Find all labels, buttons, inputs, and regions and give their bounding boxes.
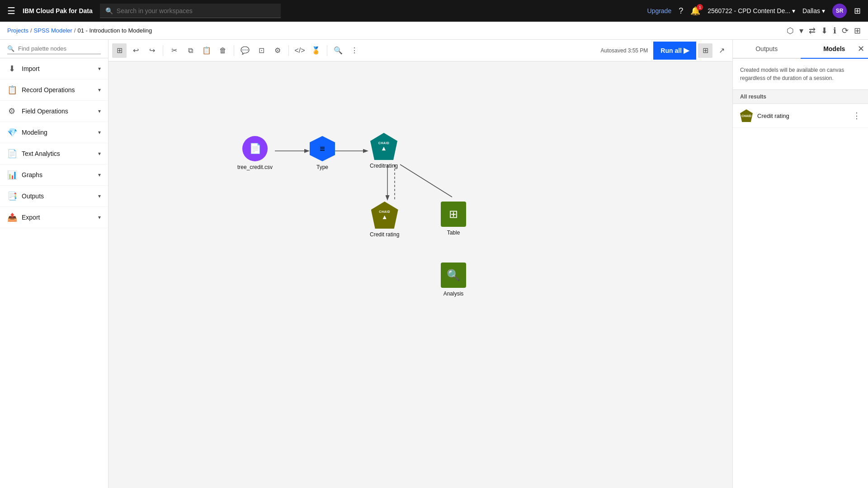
credit-rating-shape: CHAID ▲ (371, 202, 398, 229)
outputs-chevron-icon: ▾ (98, 193, 101, 199)
type-icon: ≡ (320, 144, 325, 153)
node-credit-rating[interactable]: CHAID ▲ Credit rating (370, 202, 399, 238)
palette-search-container: 🔍 (0, 40, 108, 58)
canvas-toolbar: ⊞ ↩ ↪ ✂ ⧉ 📋 🗑 💬 ⊡ ⚙ </> 🏅 🔍 ⋮ Autosaved … (108, 40, 732, 61)
toolbar-divider-4 (327, 45, 327, 56)
credit-rating-badge: CHAID (379, 210, 390, 213)
panel-result-credit-rating[interactable]: CHAID Credit rating ⋮ (733, 104, 868, 128)
tree-credit-shape: 📄 (242, 136, 268, 161)
node-tree-credit[interactable]: 📄 tree_credit.csv (237, 136, 273, 170)
region-selector[interactable]: Dallas ▾ (802, 7, 825, 14)
result-credit-rating-name: Credit rating (757, 113, 848, 119)
search-input[interactable] (117, 7, 275, 14)
graphs-icon: 📊 (7, 170, 16, 180)
global-search[interactable]: 🔍 (100, 4, 281, 18)
tab-outputs[interactable]: Outputs (733, 40, 801, 59)
toolbar-comment-btn[interactable]: 💬 (238, 43, 252, 58)
import-chevron-icon: ▾ (98, 66, 101, 72)
notification-icon[interactable]: 🔔 1 (690, 6, 700, 16)
breadcrumb-projects[interactable]: Projects (7, 27, 28, 34)
analysis-shape: 🔍 (441, 263, 466, 288)
toolbar-more-btn[interactable]: ⋮ (347, 43, 362, 58)
toolbar-output-btn[interactable]: ⊞ (698, 43, 712, 58)
toolbar-divider-2 (234, 45, 234, 56)
notification-badge: 1 (697, 4, 703, 10)
breadcrumb-share-icon[interactable]: ⇄ (809, 26, 816, 36)
toolbar-arrange-btn[interactable]: ⊡ (254, 43, 269, 58)
tree-credit-icon: 📄 (249, 143, 261, 155)
app-logo: IBM Cloud Pak for Data (23, 7, 93, 14)
user-avatar[interactable]: SR (832, 4, 847, 18)
text-analytics-icon: 📄 (7, 149, 16, 159)
canvas-arrows (108, 61, 732, 488)
svg-line-5 (400, 164, 452, 197)
toolbar-zoom-btn[interactable]: 🔍 (331, 43, 345, 58)
node-table[interactable]: ⊞ Table (441, 202, 466, 236)
result-more-icon[interactable]: ⋮ (853, 111, 861, 121)
sidebar-item-graphs-label: Graphs (22, 171, 42, 178)
toolbar-code-btn[interactable]: </> (292, 43, 307, 58)
sidebar-item-modeling[interactable]: 💎 Modeling ▾ (0, 122, 108, 143)
sidebar-item-export[interactable]: 📤 Export ▾ (0, 207, 108, 228)
table-shape: ⊞ (441, 202, 466, 227)
breadcrumb-chevron-icon[interactable]: ▾ (799, 26, 803, 36)
toolbar-model-btn[interactable]: 🏅 (309, 43, 323, 58)
toolbar-palette-btn[interactable]: ⊞ (112, 43, 127, 58)
palette-search-input[interactable] (18, 45, 101, 52)
sidebar-item-field-operations[interactable]: ⚙ Field Operations ▾ (0, 101, 108, 122)
sidebar-item-outputs-label: Outputs (22, 192, 44, 200)
tree-credit-label: tree_credit.csv (237, 164, 273, 170)
toolbar-settings-btn[interactable]: ⚙ (270, 43, 285, 58)
record-operations-icon: 📋 (7, 85, 16, 95)
palette-sidebar: 🔍 ⬇ Import ▾ 📋 Record Operations ▾ ⚙ Fie… (0, 40, 108, 488)
node-creditrating-top[interactable]: CHAID ▲ Creditrating (370, 133, 398, 169)
sidebar-item-text-analytics[interactable]: 📄 Text Analytics ▾ (0, 143, 108, 164)
sidebar-item-import-label: Import (22, 65, 40, 72)
toolbar-export-btn[interactable]: ↗ (714, 43, 729, 58)
breadcrumb-action-1-icon[interactable]: ⬡ (787, 26, 794, 36)
breadcrumb-download-icon[interactable]: ⬇ (821, 26, 828, 36)
toolbar-copy-btn[interactable]: ⧉ (183, 43, 198, 58)
sidebar-item-text-analytics-label: Text Analytics (22, 150, 60, 157)
field-operations-chevron-icon: ▾ (98, 108, 101, 114)
palette-search-inner[interactable]: 🔍 (7, 43, 101, 54)
toolbar-redo-btn[interactable]: ↪ (145, 43, 159, 58)
run-all-button[interactable]: Run all ▶ (653, 42, 696, 60)
toolbar-paste-btn[interactable]: 📋 (199, 43, 214, 58)
breadcrumb-history-icon[interactable]: ⟳ (842, 26, 849, 36)
region-chevron-icon: ▾ (822, 7, 825, 14)
panel-close-button[interactable]: ✕ (858, 45, 864, 53)
sidebar-item-field-operations-label: Field Operations (22, 108, 68, 115)
export-chevron-icon: ▾ (98, 214, 101, 221)
breadcrumb-more-icon[interactable]: ⊞ (854, 26, 861, 36)
sidebar-item-record-operations[interactable]: 📋 Record Operations ▾ (0, 80, 108, 101)
node-type[interactable]: ≡ Type (310, 136, 335, 170)
toolbar-cut-btn[interactable]: ✂ (167, 43, 181, 58)
toolbar-delete-btn[interactable]: 🗑 (216, 43, 230, 58)
creditrating-top-arrow-icon: ▲ (381, 145, 387, 152)
type-label: Type (316, 164, 328, 170)
app-grid-icon[interactable]: ⊞ (854, 6, 861, 16)
canvas-wrapper: ⊞ ↩ ↪ ✂ ⧉ 📋 🗑 💬 ⊡ ⚙ </> 🏅 🔍 ⋮ Autosaved … (108, 40, 732, 488)
main-layout: 🔍 ⬇ Import ▾ 📋 Record Operations ▾ ⚙ Fie… (0, 40, 868, 488)
workspace-name: 2560722 - CPD Content De... (708, 7, 790, 14)
hamburger-menu[interactable]: ☰ (7, 5, 15, 16)
region-name: Dallas (802, 7, 820, 14)
search-icon: 🔍 (105, 7, 113, 14)
sidebar-item-graphs[interactable]: 📊 Graphs ▾ (0, 164, 108, 186)
field-operations-icon: ⚙ (7, 106, 16, 116)
record-operations-chevron-icon: ▾ (98, 87, 101, 93)
node-analysis[interactable]: 🔍 Analysis (441, 263, 466, 297)
sidebar-item-import[interactable]: ⬇ Import ▾ (0, 58, 108, 80)
help-icon[interactable]: ? (679, 6, 683, 16)
modeler-canvas[interactable]: 📄 tree_credit.csv ≡ Type CHAID ▲ Creditr… (108, 61, 732, 488)
sidebar-item-outputs[interactable]: 📑 Outputs ▾ (0, 186, 108, 207)
breadcrumb-spss[interactable]: SPSS Modeler (34, 27, 72, 34)
analysis-label: Analysis (443, 291, 464, 297)
sidebar-item-modeling-label: Modeling (22, 129, 47, 136)
toolbar-undo-btn[interactable]: ↩ (128, 43, 143, 58)
workspace-selector[interactable]: 2560722 - CPD Content De... ▾ (708, 7, 795, 14)
breadcrumb-info-icon[interactable]: ℹ (833, 26, 836, 36)
upgrade-link[interactable]: Upgrade (647, 7, 671, 14)
credit-rating-label: Credit rating (370, 231, 399, 238)
